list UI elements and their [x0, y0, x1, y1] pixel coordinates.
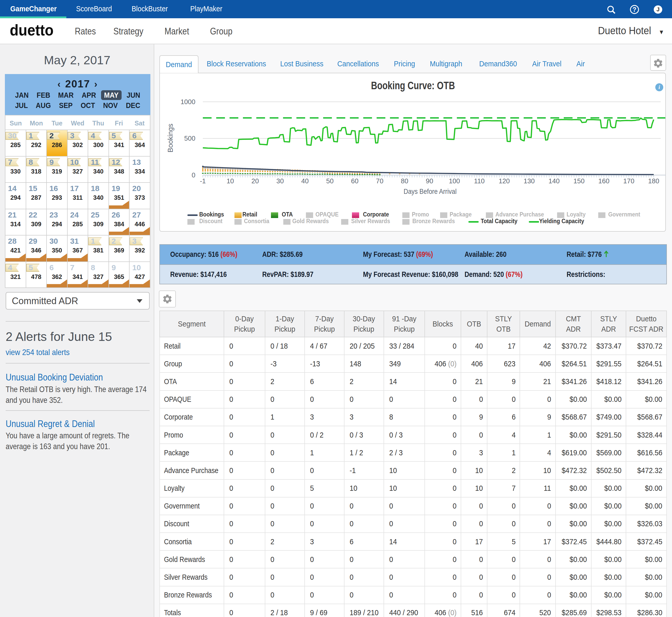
svg-text:140: 140: [548, 177, 559, 185]
svg-text:90: 90: [426, 177, 433, 185]
svg-text:70: 70: [376, 177, 384, 185]
svg-text:500: 500: [184, 135, 195, 142]
svg-text:?: ?: [632, 6, 636, 13]
svg-text:50: 50: [326, 177, 334, 185]
svg-text:10: 10: [226, 177, 234, 185]
svg-text:Days Before Arrival: Days Before Arrival: [404, 187, 457, 195]
svg-text:1000: 1000: [181, 98, 195, 106]
svg-text:60: 60: [351, 177, 359, 185]
svg-text:120: 120: [499, 177, 510, 185]
svg-text:20: 20: [251, 177, 259, 185]
svg-text:0: 0: [192, 171, 195, 179]
svg-text:80: 80: [401, 177, 408, 185]
svg-text:100: 100: [449, 177, 460, 185]
svg-text:110: 110: [474, 177, 485, 185]
svg-text:180: 180: [648, 177, 659, 185]
svg-text:170: 170: [623, 177, 634, 185]
svg-text:150: 150: [574, 177, 585, 185]
svg-text:30: 30: [276, 177, 284, 185]
svg-text:160: 160: [598, 177, 609, 185]
svg-text:130: 130: [524, 177, 535, 185]
svg-text:40: 40: [301, 177, 309, 185]
svg-text:-1: -1: [200, 177, 206, 185]
svg-text:Bookings: Bookings: [166, 124, 174, 153]
